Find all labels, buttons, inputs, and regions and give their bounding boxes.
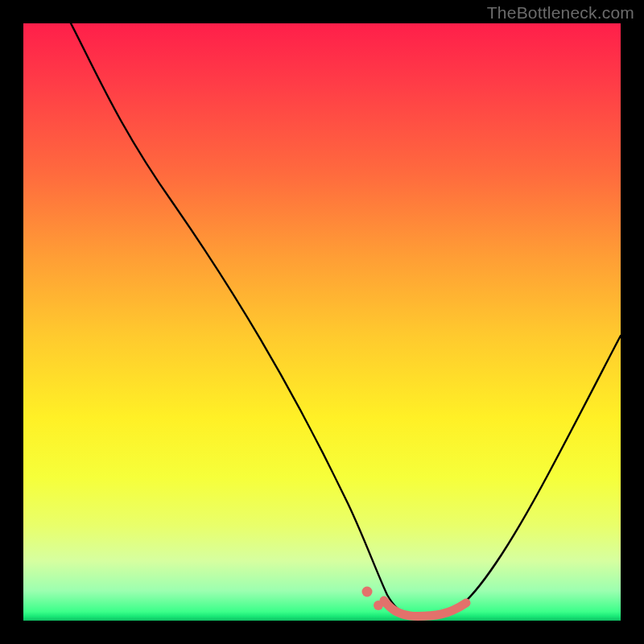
highlight-dot — [362, 587, 373, 597]
plot-area — [23, 23, 621, 621]
chart-stage: TheBottleneck.com — [0, 0, 644, 644]
watermark-text: TheBottleneck.com — [487, 3, 634, 23]
series-curve — [71, 23, 621, 617]
highlight-dot — [374, 601, 383, 610]
chart-svg — [23, 23, 621, 621]
series-highlight — [384, 601, 466, 617]
